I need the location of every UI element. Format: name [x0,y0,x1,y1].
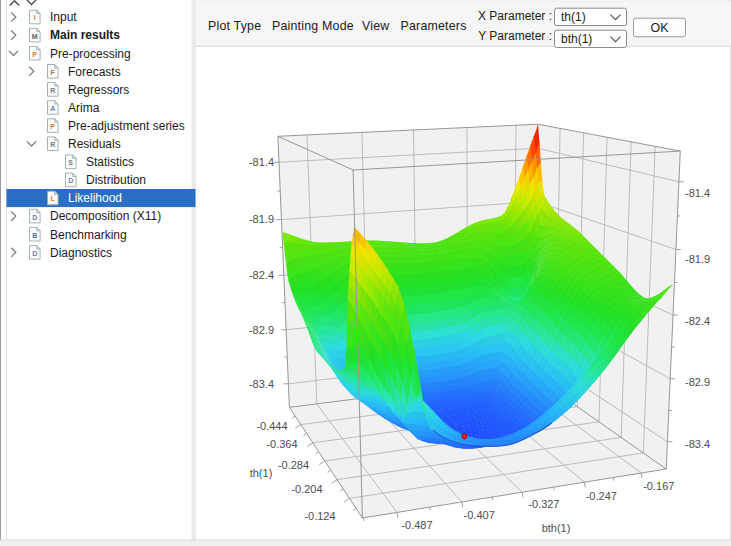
svg-text:P: P [32,51,37,58]
svg-text:Residuals: Residuals [68,137,121,151]
svg-text:-81.4: -81.4 [685,187,710,199]
svg-text:Benchmarking: Benchmarking [50,228,127,242]
svg-text:-82.4: -82.4 [249,269,274,281]
svg-text:Decomposition (X11): Decomposition (X11) [50,209,161,223]
svg-text:L: L [51,195,56,202]
svg-text:-0.364: -0.364 [266,438,297,450]
svg-text:Diagnostics: Diagnostics [50,246,112,260]
svg-text:Pre-processing: Pre-processing [50,47,131,61]
svg-text:-0.167: -0.167 [643,480,674,492]
svg-text:-82.9: -82.9 [685,376,710,388]
svg-text:th(1): th(1) [561,10,586,24]
svg-text:bth(1): bth(1) [561,32,592,46]
svg-text:Painting Mode: Painting Mode [272,19,354,33]
svg-text:X Parameter :: X Parameter : [478,9,552,23]
svg-text:-82.9: -82.9 [249,324,274,336]
svg-text:Plot Type: Plot Type [208,19,261,33]
svg-text:Statistics: Statistics [86,155,134,169]
svg-text:B: B [32,232,37,239]
svg-text:-83.4: -83.4 [249,378,274,390]
svg-text:-82.4: -82.4 [685,315,710,327]
svg-text:Main results: Main results [50,28,120,42]
svg-text:R: R [50,141,55,148]
svg-text:-81.9: -81.9 [685,253,710,265]
svg-text:-81.4: -81.4 [249,156,274,168]
svg-text:P: P [50,123,55,130]
svg-text:Arima: Arima [68,101,100,115]
svg-text:S: S [68,159,73,166]
svg-text:Parameters: Parameters [401,19,467,33]
svg-text:th(1): th(1) [250,467,273,479]
svg-text:-0.487: -0.487 [401,519,432,531]
svg-text:-0.247: -0.247 [586,490,617,502]
svg-text:R: R [50,87,55,94]
svg-text:-0.284: -0.284 [278,459,309,471]
svg-text:D: D [32,250,37,257]
svg-text:D: D [68,177,73,184]
svg-text:-81.9: -81.9 [249,213,274,225]
svg-text:D: D [32,214,37,221]
svg-text:-0.204: -0.204 [291,483,322,495]
svg-text:-0.444: -0.444 [256,420,287,432]
svg-text:Regressors: Regressors [68,83,129,97]
svg-text:Y Parameter :: Y Parameter : [478,29,552,43]
svg-text:M: M [32,33,38,40]
svg-text:-0.124: -0.124 [304,510,335,522]
svg-text:bth(1): bth(1) [542,522,571,534]
svg-text:A: A [50,105,55,112]
svg-text:Input: Input [50,10,77,24]
svg-text:-0.407: -0.407 [464,509,495,521]
svg-text:View: View [362,19,389,33]
svg-text:Distribution: Distribution [86,173,146,187]
svg-text:-83.4: -83.4 [685,438,710,450]
svg-text:Forecasts: Forecasts [68,65,121,79]
svg-text:F: F [51,69,56,76]
svg-text:Pre-adjustment series: Pre-adjustment series [68,119,185,133]
svg-text:Likelihood: Likelihood [68,191,122,205]
svg-text:I: I [34,14,36,21]
svg-text:-0.327: -0.327 [528,498,559,510]
svg-text:OK: OK [651,21,670,35]
